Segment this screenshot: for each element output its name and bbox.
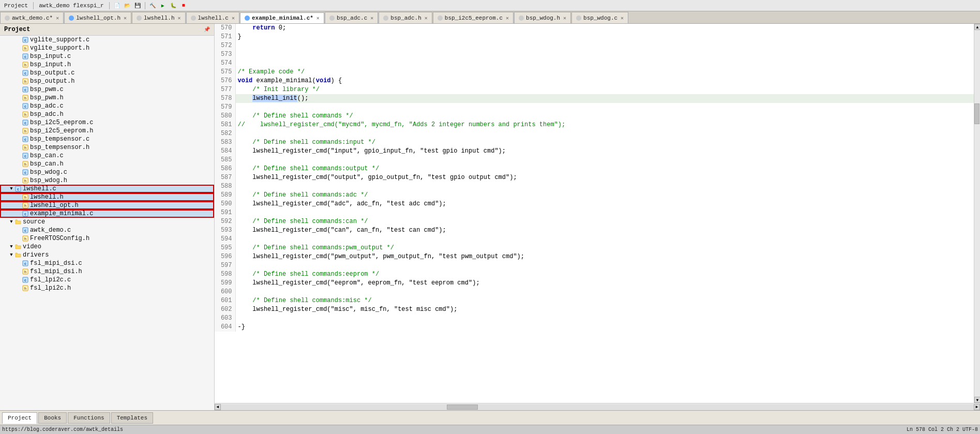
run-icon[interactable]: ▶ <box>159 2 167 10</box>
stop-icon[interactable]: ■ <box>179 2 188 10</box>
sidebar-item-bsp_wdog_c[interactable]: cbsp_wdog.c <box>0 168 214 176</box>
h-scroll-thumb[interactable] <box>447 405 478 410</box>
line-code-content[interactable]: /* Define shell commands:input */ <box>235 138 974 147</box>
tree-toggle-icon[interactable] <box>16 260 22 266</box>
sidebar-item-lwshell_opt_h_grp[interactable]: hlwshell_opt.h <box>0 201 214 209</box>
tree-toggle-icon[interactable] <box>16 95 22 101</box>
sidebar-item-source_grp[interactable]: ▼source <box>0 218 214 226</box>
sidebar-item-bsp_output_c[interactable]: cbsp_output.c <box>0 69 214 77</box>
tree-toggle-icon[interactable] <box>16 37 22 43</box>
sidebar-item-fsl_lpi2c_h[interactable]: hfsl_lpi2c.h <box>0 284 214 292</box>
line-code-content[interactable] <box>235 129 974 138</box>
line-code-content[interactable] <box>235 261 974 270</box>
tree-toggle-icon[interactable] <box>16 153 22 159</box>
line-code-content[interactable]: return 0; <box>235 24 974 33</box>
sidebar-item-vglite_support_c[interactable]: cvglite_support.c <box>0 36 214 44</box>
sidebar-item-bsp_pwm_c[interactable]: cbsp_pwm.c <box>0 85 214 94</box>
tree-toggle-icon[interactable] <box>16 227 22 233</box>
sidebar-item-bsp_adc_h[interactable]: hbsp_adc.h <box>0 110 214 118</box>
tab-close-icon[interactable]: ✕ <box>316 15 320 21</box>
scroll-down-button[interactable]: ▼ <box>974 397 980 403</box>
tab-example_minimal_c[interactable]: example_minimal.c*✕ <box>240 12 324 24</box>
tab-close-icon[interactable]: ✕ <box>506 15 509 21</box>
sidebar-item-lwshell_h_grp[interactable]: hlwshell.h <box>0 193 214 201</box>
tree-toggle-icon[interactable] <box>16 161 22 167</box>
tab-bsp_adc_h[interactable]: bsp_adc.h✕ <box>379 12 432 23</box>
line-code-content[interactable]: lwshell_register_cmd("pwm_output", pwm_o… <box>235 252 974 261</box>
tab-lwshell_opt_h[interactable]: lwshell_opt.h✕ <box>64 12 131 23</box>
tree-toggle-icon[interactable] <box>16 177 22 184</box>
bottom-tab-books[interactable]: Books <box>38 412 67 424</box>
code-scroll[interactable]: 570 return 0;571}572573574575/* Example … <box>215 24 974 403</box>
line-code-content[interactable]: lwshell_register_cmd("eeprom", eeprom_fn… <box>235 279 974 288</box>
line-code-content[interactable] <box>235 156 974 164</box>
line-code-content[interactable]: void example_minimal(void) { <box>235 77 974 85</box>
tab-close-icon[interactable]: ✕ <box>178 15 181 21</box>
sidebar-item-freertos_config_h[interactable]: hFreeRTOSConfig.h <box>0 234 214 243</box>
tab-close-icon[interactable]: ✕ <box>56 15 59 21</box>
tab-close-icon[interactable]: ✕ <box>232 15 235 21</box>
tree-toggle-icon[interactable] <box>16 202 22 208</box>
tree-toggle-icon[interactable] <box>16 119 22 126</box>
sidebar-item-bsp_tempsensor_h[interactable]: hbsp_tempsensor.h <box>0 143 214 152</box>
scroll-track[interactable] <box>974 30 980 397</box>
line-code-content[interactable]: /* Define shell commands:can */ <box>235 217 974 226</box>
sidebar-item-bsp_tempsensor_c[interactable]: cbsp_tempsensor.c <box>0 135 214 143</box>
sidebar-item-vglite_support_h[interactable]: hvglite_support.h <box>0 44 214 52</box>
line-code-content[interactable]: // lwshell_register_cmd("mycmd", mycmd_f… <box>235 121 974 129</box>
scroll-thumb[interactable] <box>974 103 979 124</box>
line-code-content[interactable]: /* Define shell commands:misc */ <box>235 296 974 305</box>
sidebar-item-fsl_mipi_dsi_h[interactable]: hfsl_mipi_dsi.h <box>0 267 214 276</box>
tab-bsp_i2c5_eeprom_c[interactable]: bsp_i2c5_eeprom.c✕ <box>433 12 514 23</box>
tree-toggle-icon[interactable] <box>16 78 22 84</box>
line-code-content[interactable] <box>235 288 974 296</box>
sidebar-item-bsp_i2c5_eeprom_c[interactable]: cbsp_i2c5_eeprom.c <box>0 118 214 127</box>
tree-toggle-icon[interactable] <box>16 62 22 68</box>
sidebar-item-video_grp[interactable]: ▼video <box>0 243 214 251</box>
tab-close-icon[interactable]: ✕ <box>621 15 624 21</box>
vertical-scrollbar[interactable]: ▲ ▼ <box>974 24 980 403</box>
sidebar-item-bsp_can_h[interactable]: hbsp_can.h <box>0 160 214 168</box>
sidebar-item-fsl_lpi2c_c[interactable]: cfsl_lpi2c.c <box>0 276 214 284</box>
line-code-content[interactable] <box>235 50 974 59</box>
new-file-icon[interactable]: 📄 <box>113 2 121 10</box>
line-code-content[interactable]: lwshell_register_cmd("can", can_fn, "tes… <box>235 226 974 235</box>
tree-toggle-icon[interactable]: ▼ <box>8 252 14 258</box>
sidebar-item-bsp_can_c[interactable]: cbsp_can.c <box>0 152 214 160</box>
tree-toggle-icon[interactable] <box>16 144 22 151</box>
bottom-tab-project[interactable]: Project <box>2 412 37 424</box>
sidebar-item-bsp_input_h[interactable]: hbsp_input.h <box>0 61 214 69</box>
tree-toggle-icon[interactable] <box>16 128 22 134</box>
tree-toggle-icon[interactable] <box>16 86 22 93</box>
scroll-up-button[interactable]: ▲ <box>974 24 980 30</box>
h-scroll-track[interactable] <box>221 404 974 410</box>
tree-toggle-icon[interactable] <box>16 103 22 109</box>
tab-close-icon[interactable]: ✕ <box>124 15 127 21</box>
bottom-tab-templates[interactable]: Templates <box>111 412 153 424</box>
sidebar-item-example_minimal_c_grp[interactable]: cexample_minimal.c <box>0 209 214 218</box>
line-code-content[interactable] <box>235 59 974 68</box>
tree-toggle-icon[interactable] <box>16 53 22 59</box>
line-code-content[interactable]: lwshell_register_cmd("input", gpio_input… <box>235 147 974 156</box>
debug-icon[interactable]: 🐛 <box>169 2 177 10</box>
bottom-tab-functions[interactable]: Functions <box>68 412 110 424</box>
build-icon[interactable]: 🔨 <box>148 2 157 10</box>
tree-toggle-icon[interactable] <box>16 285 22 291</box>
line-code-content[interactable] <box>235 314 974 323</box>
sidebar-item-bsp_adc_c[interactable]: cbsp_adc.c <box>0 102 214 110</box>
sidebar-item-bsp_input_c[interactable]: cbsp_input.c <box>0 52 214 61</box>
line-code-content[interactable] <box>235 235 974 244</box>
line-code-content[interactable]: /* Define shell commands:pwm_output */ <box>235 244 974 252</box>
tree-toggle-icon[interactable] <box>16 45 22 51</box>
sidebar-item-lwshell_c_grp[interactable]: ▼clwshell.c <box>0 185 214 193</box>
line-code-content[interactable]: /* Example code */ <box>235 68 974 77</box>
line-code-content[interactable] <box>235 182 974 191</box>
line-code-content[interactable] <box>235 208 974 217</box>
sidebar-scroll[interactable]: cvglite_support.chvglite_support.hcbsp_i… <box>0 36 214 410</box>
line-code-content[interactable]: lwshell_register_cmd("output", gpio_outp… <box>235 173 974 182</box>
tab-close-icon[interactable]: ✕ <box>370 15 373 21</box>
line-code-content[interactable]: lwshell_register_cmd("adc", adc_fn, "tes… <box>235 200 974 208</box>
sidebar-item-bsp_pwm_h[interactable]: hbsp_pwm.h <box>0 94 214 102</box>
tab-close-icon[interactable]: ✕ <box>425 15 428 21</box>
tree-toggle-icon[interactable] <box>16 194 22 200</box>
